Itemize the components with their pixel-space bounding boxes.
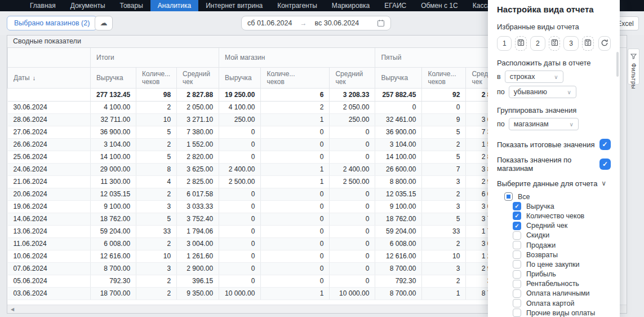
save-view-2-button[interactable] [549, 36, 561, 51]
nav-tab-5[interactable]: Интернет витрина [198, 0, 270, 11]
data-option-row[interactable]: Прибыль [513, 270, 611, 279]
nav-tab-7[interactable]: Маркировка [325, 0, 377, 11]
table-row: 21.06.202411 300.0042 825.002 500.0012 5… [8, 175, 514, 188]
table-row: 20.06.202412 035.1526 017.5800012 035.15… [8, 188, 514, 200]
nav-tab-8[interactable]: ЕГАИС [377, 0, 414, 11]
value-cell: 4 [136, 175, 177, 188]
checkbox-unchecked-icon[interactable] [513, 231, 521, 240]
data-option-row[interactable]: ✓Выручка [513, 201, 611, 211]
checkbox-unchecked-icon[interactable] [513, 289, 521, 298]
value-cell: 10 000.00 [330, 287, 375, 300]
table-row: 11.06.20246 008.0023 004.000006 008.0023… [8, 237, 514, 250]
value-cell: 9 100.00 [91, 200, 136, 213]
value-cell: 9 [422, 113, 466, 126]
sort-descending-icon: ↓ [33, 74, 36, 81]
filters-side-tab[interactable]: Фильтры [628, 49, 639, 85]
date-range-picker[interactable]: сб 01.06.2024 → вс 30.06.2024 [241, 16, 391, 30]
column-header: Средний чек [177, 67, 219, 88]
date-from-value[interactable]: сб 01.06.2024 [247, 19, 292, 27]
checkbox-checked-icon[interactable]: ✓ [513, 212, 521, 220]
value-cell: 2 [136, 275, 177, 287]
value-cell: 12 616.00 [375, 250, 422, 262]
table-row: 14.06.202418 762.0053 752.4000018 762.00… [8, 213, 514, 225]
nav-tab-9[interactable]: Обмен с 1С [414, 0, 465, 11]
checkbox-checked-icon[interactable]: ✓ [513, 202, 521, 210]
value-cell: 5 [422, 213, 466, 225]
refresh-views-button[interactable] [598, 36, 611, 51]
totals-cell: 19 250.00 [219, 88, 261, 101]
data-option-row[interactable]: По цене закупки [513, 259, 611, 269]
checkbox-indeterminate-icon[interactable] [504, 192, 513, 201]
value-cell: 3 104.00 [375, 138, 422, 151]
data-option-row[interactable]: Оплата наличными [513, 289, 611, 298]
sort-order-select[interactable]: убыванию ∨ [509, 86, 576, 98]
value-cell: 8 700.00 [91, 262, 136, 275]
checkbox-unchecked-icon[interactable] [513, 270, 521, 279]
checkbox-unchecked-icon[interactable] [513, 260, 521, 268]
checkbox-checked-icon[interactable]: ✓ [599, 158, 611, 170]
value-cell: 792.30 [375, 275, 422, 287]
value-cell: 18 700.00 [91, 287, 136, 300]
value-cell: 0 [330, 138, 375, 151]
value-cell: 0 [330, 151, 375, 163]
value-cell: 0 [219, 275, 261, 287]
checkbox-unchecked-icon[interactable] [513, 241, 521, 249]
data-option-label: Продажи [526, 241, 556, 249]
data-option-label: Прибыль [526, 270, 556, 278]
value-cell: 36 900.00 [91, 126, 136, 138]
value-cell: 2 [422, 237, 466, 250]
table-row: 28.06.202432 711.00103 271.10250.001250.… [8, 113, 514, 126]
date-to-value[interactable]: вс 30.06.2024 [314, 19, 359, 27]
data-option-row[interactable]: Оплата картой [513, 298, 611, 308]
data-option-row[interactable]: Продажи [513, 240, 611, 250]
checkbox-checked-icon[interactable]: ✓ [513, 222, 521, 230]
date-cell: 20.06.2024 [8, 188, 91, 200]
show-totals-toggle[interactable]: Показать итоговые значения ✓ [497, 139, 611, 150]
vertical-scrollbar[interactable] [619, 48, 627, 305]
nav-tab-2[interactable]: Документы [63, 0, 113, 11]
dates-header-label: Даты [14, 74, 30, 82]
scroll-left-icon[interactable]: ◀ [11, 306, 14, 313]
cloud-button[interactable]: ☁ [95, 16, 113, 30]
data-option-label: Количество чеков [526, 212, 584, 220]
checkbox-unchecked-icon[interactable] [513, 280, 521, 288]
value-cell: 250.00 [330, 113, 375, 126]
chevron-down-icon: ∨ [569, 121, 573, 127]
nav-tab-6[interactable]: Контрагенты [270, 0, 325, 11]
date-placement-select[interactable]: строках ∨ [505, 71, 563, 83]
select-report-data-section[interactable]: Выберите данные для отчета ∨ [497, 178, 611, 188]
data-option-row[interactable]: ✓Количество чеков [513, 211, 611, 221]
date-cell: 19.06.2024 [8, 200, 91, 213]
value-cell: 33 [136, 225, 177, 237]
value-cell: 2 500.00 [330, 175, 375, 188]
favorite-view-3-button[interactable]: 3 [563, 36, 578, 51]
checkbox-unchecked-icon[interactable] [513, 309, 521, 317]
save-view-3-button[interactable] [582, 36, 594, 51]
data-option-row[interactable]: Все [504, 192, 611, 201]
favorite-view-1-button[interactable]: 1 [497, 36, 512, 51]
value-cell: 2 050.00 [330, 101, 375, 113]
nav-tab-4[interactable]: Аналитика [150, 0, 198, 11]
table-row: 27.06.202436 900.0057 380.0000036 900.00… [8, 126, 514, 138]
nav-tab-3[interactable]: Товары [113, 0, 150, 11]
data-option-row[interactable]: ✓Средний чек [513, 221, 611, 231]
data-option-row[interactable]: Скидки [513, 231, 611, 240]
data-option-row[interactable]: Рентабельность [513, 279, 611, 289]
nav-tab-1[interactable]: Главная [23, 0, 63, 11]
data-option-row[interactable]: Прочие виды оплаты [513, 308, 611, 317]
show-by-shops-toggle[interactable]: Показать значения по магазинам ✓ [497, 158, 611, 170]
value-cell: 0 [330, 262, 375, 275]
group-values-label: Группировать значения [497, 106, 611, 115]
data-option-row[interactable]: Возвраты [513, 250, 611, 259]
date-cell: 05.06.2024 [8, 275, 91, 287]
selected-shops-button[interactable]: Выбрано магазинов (2) [7, 16, 97, 30]
group-header-1: Итоги [91, 48, 219, 67]
dates-column-header[interactable]: Даты↓ [8, 67, 91, 88]
value-cell: 9 350.00 [177, 287, 219, 300]
group-by-select[interactable]: магазинам ∨ [509, 118, 579, 130]
checkbox-unchecked-icon[interactable] [513, 299, 521, 307]
save-view-1-button[interactable] [515, 36, 527, 51]
checkbox-unchecked-icon[interactable] [513, 250, 521, 259]
checkbox-checked-icon[interactable]: ✓ [599, 139, 611, 150]
favorite-view-2-button[interactable]: 2 [530, 36, 545, 51]
